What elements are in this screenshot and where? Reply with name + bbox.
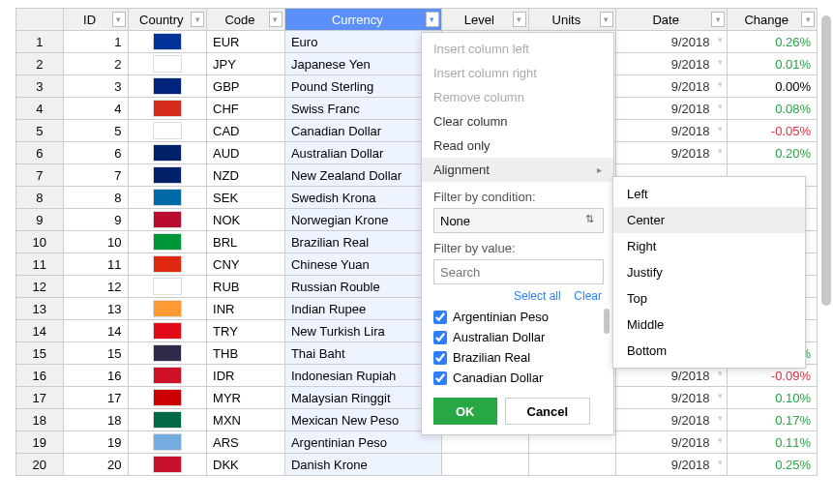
cell-date[interactable]: 9/2018	[615, 387, 728, 409]
cell-change[interactable]: 0.20%	[728, 142, 818, 164]
cancel-button[interactable]: Cancel	[505, 398, 591, 425]
mini-scrollbar-thumb[interactable]	[604, 309, 610, 334]
cell-id[interactable]: 19	[63, 431, 128, 454]
row-header[interactable]: 14	[16, 320, 64, 342]
cell-id[interactable]: 1	[63, 31, 128, 53]
cell-date[interactable]: 9/2018	[615, 53, 728, 75]
row-header[interactable]: 9	[16, 209, 64, 231]
cell-id[interactable]: 10	[63, 231, 128, 253]
align-right[interactable]: Right	[613, 233, 805, 259]
cell-currency[interactable]: Euro	[284, 31, 441, 53]
cell-flag[interactable]	[128, 431, 207, 454]
cell-code[interactable]: CHF	[207, 98, 285, 120]
table-row[interactable]: 1818MXNMexican New Peso9/20180.17%	[16, 409, 818, 431]
cell-code[interactable]: RUB	[207, 276, 285, 298]
cell-level[interactable]	[441, 454, 528, 476]
filter-icon[interactable]: ▾	[269, 12, 283, 27]
cell-currency[interactable]: Brazilian Real	[284, 231, 441, 253]
row-header[interactable]: 17	[16, 387, 64, 409]
cell-currency[interactable]: New Zealand Dollar	[284, 164, 441, 187]
table-row[interactable]: 22JPYJapanese Yen9/20180.01%	[16, 53, 818, 75]
row-header[interactable]: 16	[16, 365, 64, 387]
align-left[interactable]: Left	[613, 181, 805, 207]
cell-currency[interactable]: Chinese Yuan	[284, 253, 441, 276]
filter-value-item[interactable]: Argentinian Peso	[433, 307, 602, 327]
row-header[interactable]: 15	[16, 342, 64, 365]
col-country[interactable]: Country▾	[128, 9, 207, 31]
col-level[interactable]: Level▾	[441, 9, 528, 31]
row-header[interactable]: 4	[16, 98, 64, 120]
cell-id[interactable]: 17	[63, 387, 128, 409]
cell-flag[interactable]	[128, 409, 207, 431]
cell-currency[interactable]: Indian Rupee	[284, 298, 441, 320]
cell-currency[interactable]: Indonesian Rupiah	[284, 365, 441, 387]
cell-code[interactable]: GBP	[207, 75, 285, 98]
align-justify[interactable]: Justify	[613, 259, 805, 285]
cell-flag[interactable]	[128, 98, 207, 120]
align-center[interactable]: Center	[613, 207, 805, 233]
table-row[interactable]: 11EUREuro9/20180.26%	[16, 31, 818, 53]
menu-insert-left[interactable]: Insert column left	[422, 37, 613, 61]
cell-change[interactable]: 0.08%	[728, 98, 818, 120]
menu-read-only[interactable]: Read only	[422, 133, 613, 158]
corner-cell[interactable]	[16, 9, 64, 31]
row-header[interactable]: 7	[16, 164, 64, 187]
cell-code[interactable]: THB	[207, 342, 285, 365]
row-header[interactable]: 13	[16, 298, 64, 320]
row-header[interactable]: 10	[16, 231, 64, 253]
cell-change[interactable]: 0.17%	[728, 409, 818, 431]
filter-icon[interactable]: ▾	[426, 12, 439, 27]
cell-change[interactable]: 0.26%	[728, 31, 818, 53]
cell-code[interactable]: NOK	[207, 209, 285, 231]
cell-flag[interactable]	[128, 53, 207, 75]
cell-code[interactable]: ARS	[207, 431, 285, 454]
col-code[interactable]: Code▾	[207, 9, 285, 31]
ok-button[interactable]: OK	[433, 398, 497, 425]
cell-id[interactable]: 8	[63, 187, 128, 209]
row-header[interactable]: 20	[16, 454, 64, 476]
cell-flag[interactable]	[128, 142, 207, 164]
cell-date[interactable]: 9/2018	[615, 454, 728, 476]
row-header[interactable]: 19	[16, 431, 64, 454]
table-row[interactable]: 2020DKKDanish Krone9/20180.25%	[16, 454, 818, 476]
row-header[interactable]: 12	[16, 276, 64, 298]
cell-flag[interactable]	[128, 187, 207, 209]
cell-currency[interactable]: Thai Baht	[284, 342, 441, 365]
table-row[interactable]: 66AUDAustralian Dollar9/20180.20%	[16, 142, 818, 164]
cell-id[interactable]: 20	[63, 454, 128, 476]
cell-date[interactable]: 9/2018	[615, 431, 728, 454]
cell-date[interactable]: 9/2018	[615, 31, 728, 53]
cell-currency[interactable]: Argentinian Peso	[284, 431, 441, 454]
cell-currency[interactable]: New Turkish Lira	[284, 320, 441, 342]
cell-currency[interactable]: Norwegian Krone	[284, 209, 441, 231]
cell-id[interactable]: 4	[63, 98, 128, 120]
cell-currency[interactable]: Australian Dollar	[284, 142, 441, 164]
cell-currency[interactable]: Russian Rouble	[284, 276, 441, 298]
cell-currency[interactable]: Swiss Franc	[284, 98, 441, 120]
cell-change[interactable]: 0.11%	[728, 431, 818, 454]
cell-id[interactable]: 15	[63, 342, 128, 365]
cell-date[interactable]: 9/2018	[615, 98, 728, 120]
table-row[interactable]: 44CHFSwiss Franc9/20180.08%	[16, 98, 818, 120]
table-row[interactable]: 1717MYRMalaysian Ringgit9/20180.10%	[16, 387, 818, 409]
cell-flag[interactable]	[128, 120, 207, 142]
menu-alignment[interactable]: Alignment	[422, 158, 613, 182]
cell-id[interactable]: 11	[63, 253, 128, 276]
cell-flag[interactable]	[128, 253, 207, 276]
cell-code[interactable]: CNY	[207, 253, 285, 276]
cell-flag[interactable]	[128, 365, 207, 387]
cell-units[interactable]	[528, 454, 615, 476]
cell-code[interactable]: SEK	[207, 187, 285, 209]
cell-code[interactable]: CAD	[207, 120, 285, 142]
cell-change[interactable]: -0.05%	[728, 120, 818, 142]
cell-flag[interactable]	[128, 298, 207, 320]
filter-search-input[interactable]	[433, 259, 604, 284]
cell-code[interactable]: MYR	[207, 387, 285, 409]
cell-code[interactable]: AUD	[207, 142, 285, 164]
cell-id[interactable]: 14	[63, 320, 128, 342]
filter-value-checkbox[interactable]	[433, 351, 447, 365]
cell-code[interactable]: JPY	[207, 53, 285, 75]
menu-clear-col[interactable]: Clear column	[422, 109, 613, 133]
filter-value-item[interactable]: Australian Dollar	[433, 327, 602, 347]
cell-date[interactable]: 9/2018	[615, 142, 728, 164]
